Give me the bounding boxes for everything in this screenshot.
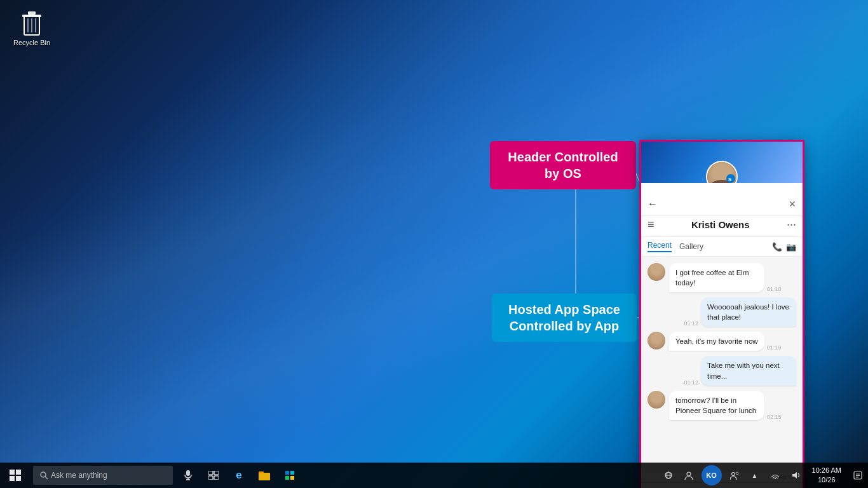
action-center-button[interactable] bbox=[848, 463, 868, 488]
skype-hero-image: S bbox=[641, 142, 803, 183]
sender-avatar bbox=[648, 263, 665, 281]
svg-rect-18 bbox=[186, 470, 190, 476]
person-icon[interactable] bbox=[679, 463, 699, 488]
skype-chat-window: S ← ✕ ≡ Kristi Owens ··· Recent Gallery … bbox=[639, 140, 804, 488]
svg-point-35 bbox=[731, 473, 735, 476]
start-button[interactable] bbox=[0, 463, 31, 488]
sender-avatar bbox=[648, 391, 665, 409]
svg-rect-21 bbox=[208, 471, 213, 475]
recycle-bin[interactable]: Recycle Bin bbox=[13, 10, 51, 46]
svg-rect-12 bbox=[10, 470, 15, 475]
contacts-icon[interactable] bbox=[724, 463, 745, 488]
svg-point-37 bbox=[775, 478, 776, 479]
contact-name: Kristi Owens bbox=[654, 219, 787, 230]
system-tray-expand[interactable]: ▲ bbox=[745, 463, 765, 488]
user-avatar-badge[interactable]: KO bbox=[702, 465, 722, 485]
taskbar-right: KO ▲ bbox=[658, 463, 868, 488]
svg-rect-27 bbox=[285, 471, 289, 475]
taskbar-search[interactable]: Ask me anything bbox=[33, 466, 173, 485]
skype-badge-icon: S bbox=[726, 174, 735, 183]
task-view-button[interactable] bbox=[201, 463, 226, 488]
recycle-bin-label: Recycle Bin bbox=[13, 39, 50, 46]
chat-messages: I got free coffee at Elm today! 01:10 01… bbox=[641, 257, 803, 473]
message-row: 01:12 Woooooah jealous! I love that plac… bbox=[648, 297, 796, 327]
svg-rect-14 bbox=[10, 476, 15, 481]
message-time: 01:12 bbox=[684, 379, 698, 386]
tab-gallery[interactable]: Gallery bbox=[679, 242, 703, 251]
svg-point-34 bbox=[687, 472, 691, 476]
svg-rect-1 bbox=[22, 15, 41, 17]
close-button[interactable]: ✕ bbox=[789, 199, 796, 209]
svg-point-16 bbox=[41, 472, 46, 477]
callout-hosted: Hosted App Space Controlled by App bbox=[492, 294, 637, 342]
svg-rect-30 bbox=[290, 476, 294, 480]
message-bubble: Woooooah jealous! I love that place! bbox=[701, 297, 796, 327]
back-button[interactable]: ← bbox=[648, 198, 658, 210]
taskbar: Ask me anything e bbox=[0, 463, 868, 488]
message-row: 01:12 Take me with you next time... bbox=[648, 356, 796, 385]
svg-rect-28 bbox=[290, 471, 294, 475]
ko-initials: KO bbox=[706, 471, 717, 479]
message-time: 01:10 bbox=[767, 344, 782, 351]
search-icon bbox=[39, 471, 48, 480]
message-bubble: tomorrow? I'll be in Pioneer Square for … bbox=[669, 391, 764, 420]
more-options-icon[interactable]: ··· bbox=[787, 218, 796, 231]
svg-rect-15 bbox=[16, 476, 21, 481]
search-placeholder: Ask me anything bbox=[51, 471, 107, 480]
file-explorer-button[interactable] bbox=[252, 463, 277, 488]
edge-browser-button[interactable]: e bbox=[226, 463, 252, 488]
svg-rect-29 bbox=[285, 476, 289, 480]
store-button[interactable] bbox=[277, 463, 302, 488]
network-status-icon[interactable] bbox=[765, 463, 785, 488]
video-icon[interactable]: 📷 bbox=[786, 242, 796, 252]
message-bubble: Yeah, it's my favorite now bbox=[669, 332, 764, 351]
svg-text:S: S bbox=[728, 177, 732, 182]
chat-tabs: Recent Gallery 📞 📷 bbox=[641, 237, 803, 257]
call-icon[interactable]: 📞 bbox=[772, 242, 782, 252]
window-titlebar: ← ✕ bbox=[641, 183, 803, 215]
network-icon[interactable] bbox=[658, 463, 679, 488]
message-row: tomorrow? I'll be in Pioneer Square for … bbox=[648, 391, 796, 420]
contact-name-bar: ≡ Kristi Owens ··· bbox=[641, 215, 803, 237]
svg-rect-24 bbox=[214, 476, 219, 480]
message-bubble: Take me with you next time... bbox=[701, 356, 796, 385]
svg-rect-2 bbox=[28, 11, 36, 15]
svg-rect-13 bbox=[16, 470, 21, 475]
chat-tab-icons: 📞 📷 bbox=[772, 242, 796, 252]
message-bubble: I got free coffee at Elm today! bbox=[669, 263, 764, 292]
microphone-button[interactable] bbox=[175, 463, 201, 488]
clock-time: 10:26 AM bbox=[812, 466, 841, 475]
sender-avatar bbox=[648, 332, 665, 349]
svg-rect-23 bbox=[208, 476, 213, 480]
volume-icon[interactable] bbox=[785, 463, 806, 488]
desktop: Recycle Bin Header Controlled by OS Host… bbox=[0, 0, 868, 488]
svg-rect-22 bbox=[214, 471, 219, 475]
clock-date: 10/26 bbox=[818, 475, 836, 485]
message-time: 01:12 bbox=[684, 320, 698, 327]
message-time: 01:10 bbox=[767, 286, 782, 292]
callout-header: Header Controlled by OS bbox=[490, 141, 636, 189]
message-row: Yeah, it's my favorite now 01:10 bbox=[648, 332, 796, 351]
recycle-bin-icon bbox=[19, 10, 44, 36]
clock[interactable]: 10:26 AM 10/26 bbox=[806, 463, 848, 488]
svg-rect-26 bbox=[259, 471, 264, 474]
svg-point-36 bbox=[736, 472, 738, 475]
message-time: 02:15 bbox=[767, 414, 782, 420]
message-row: I got free coffee at Elm today! 01:10 bbox=[648, 263, 796, 292]
svg-line-17 bbox=[45, 477, 48, 479]
tab-recent[interactable]: Recent bbox=[648, 241, 672, 252]
menu-icon[interactable]: ≡ bbox=[648, 218, 654, 231]
